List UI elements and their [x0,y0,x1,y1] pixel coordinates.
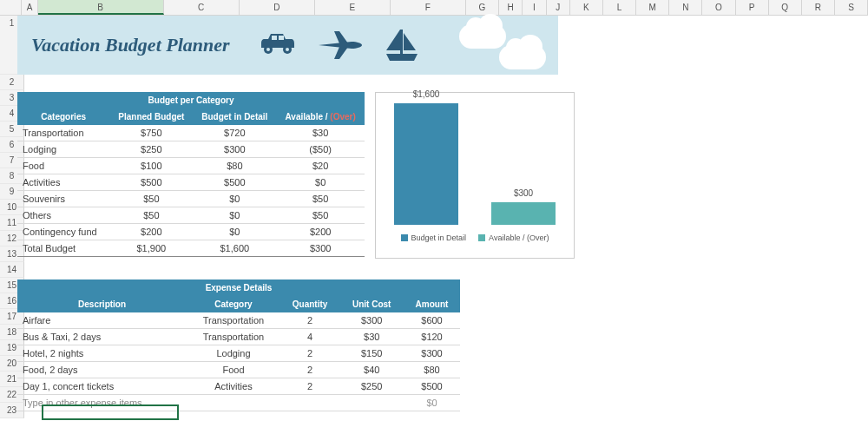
table-row[interactable]: Souvenirs$50$0$50 [17,191,365,207]
placeholder-row[interactable]: Type in other expense items$0 [17,395,460,411]
legend-swatch-icon [478,234,485,241]
col-description[interactable]: Description [17,296,187,312]
select-all-corner[interactable] [0,0,22,15]
col-header-J[interactable]: J [547,0,570,15]
budget-table-title: Budget per Category [17,92,365,108]
expense-table-title: Expense Details [17,279,460,296]
cloud-icon [459,24,506,49]
total-row[interactable]: Total Budget$1,900$1,600$300 [17,240,365,257]
table-row[interactable]: Lodging$250$300($50) [17,141,365,158]
col-header-C[interactable]: C [164,0,240,15]
car-icon [256,28,299,56]
svg-point-3 [286,48,289,51]
budget-table[interactable]: Budget per Category Categories Planned B… [17,92,365,257]
col-avail[interactable]: Available / (Over) [276,108,365,125]
table-row[interactable]: Contingency fund$200$0$200 [17,224,365,240]
col-quantity[interactable]: Quantity [280,296,340,312]
col-amount[interactable]: Amount [404,296,460,312]
col-detail[interactable]: Budget in Detail [193,108,276,125]
col-header-N[interactable]: N [669,0,702,15]
col-header-H[interactable]: H [499,0,523,15]
table-row[interactable]: Bus & Taxi, 2 daysTransportation4$30$120 [17,329,460,345]
banner-icons [256,28,421,62]
sailboat-icon [383,28,421,62]
table-row[interactable]: Food$100$80$20 [17,158,365,174]
chart-bars: $1,600 $300 [383,100,567,225]
col-header-R[interactable]: R [802,0,835,15]
col-header-O[interactable]: O [702,0,735,15]
row-header-2[interactable]: 2 [0,75,24,90]
table-row[interactable]: Others$50$0$50 [17,207,365,224]
table-row[interactable]: Hotel, 2 nightsLodging2$150$300 [17,345,460,362]
col-header-A[interactable]: A [22,0,37,15]
column-headers[interactable]: ABCDEFGHIJKLMNOPQRS [0,0,868,16]
plane-icon [315,28,367,59]
col-unitcost[interactable]: Unit Cost [339,296,404,312]
col-categories[interactable]: Categories [17,108,109,125]
col-header-F[interactable]: F [391,0,466,15]
svg-rect-4 [272,36,277,40]
col-header-L[interactable]: L [603,0,636,15]
table-row[interactable]: Food, 2 daysFood2$40$80 [17,362,460,378]
table-row[interactable]: Transportation$750$720$30 [17,125,365,141]
col-header-S[interactable]: S [835,0,868,15]
col-category[interactable]: Category [187,296,280,312]
col-planned[interactable]: Planned Budget [109,108,193,125]
col-header-D[interactable]: D [240,0,315,15]
svg-point-2 [266,48,270,51]
bar-budget-detail: $1,600 [394,103,458,225]
col-header-E[interactable]: E [315,0,391,15]
chart-legend: Budget in Detail Available / (Over) [383,233,567,242]
row-header-14[interactable]: 14 [0,262,24,278]
budget-chart[interactable]: $1,600 $300 Budget in Detail Available /… [375,92,575,259]
page-title: Vacation Budget Planner [31,34,230,56]
title-banner: Vacation Budget Planner [17,16,558,75]
col-header-B[interactable]: B [38,0,164,15]
expense-table[interactable]: Expense Details Description Category Qua… [17,279,460,411]
svg-rect-5 [279,36,284,40]
table-row[interactable]: AirfareTransportation2$300$600 [17,312,460,329]
bar-available: $300 [491,202,556,225]
cloud-icon [499,45,546,69]
table-row[interactable]: Activities$500$500$0 [17,174,365,191]
svg-rect-6 [400,30,403,54]
table-row[interactable]: Day 1, concert ticketsActivities2$250$50… [17,378,460,395]
col-header-K[interactable]: K [570,0,603,15]
col-header-M[interactable]: M [636,0,669,15]
col-header-P[interactable]: P [736,0,769,15]
col-header-Q[interactable]: Q [769,0,802,15]
col-header-I[interactable]: I [523,0,546,15]
legend-swatch-icon [401,234,408,241]
col-header-G[interactable]: G [466,0,499,15]
